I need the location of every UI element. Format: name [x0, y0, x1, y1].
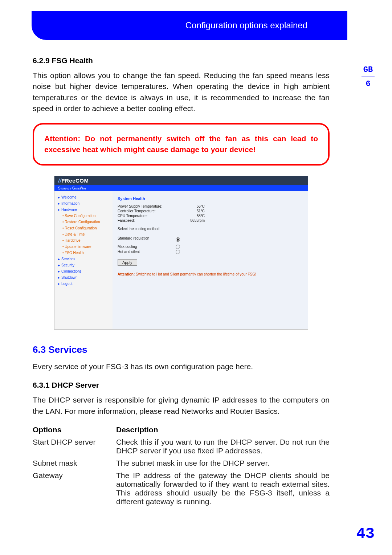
section-text-dhcp: The DHCP server is responsible for givin… — [33, 395, 330, 417]
embedded-screenshot: //FReeCOM Storage GateWay ▸Welcome ▸Info… — [54, 176, 308, 330]
health-row: Fanspeed:8653rpm — [118, 219, 303, 223]
nav-item: ▸Security — [58, 262, 110, 268]
cooling-radio: Hot and silent — [118, 250, 303, 254]
cooling-radio: Standard regulation — [118, 233, 303, 244]
shot-warning: Attention: Switching to Hot and Silent p… — [118, 272, 303, 276]
table-row: Subnet mask The subnet mask in use for t… — [33, 459, 330, 468]
opt-name: Start DHCP server — [33, 438, 116, 446]
page-content: 6.2.9 FSG Health This option allows you … — [33, 56, 330, 510]
nav-item: ▸Information — [58, 200, 110, 207]
nav-subitem: • Save Configuration — [58, 213, 110, 219]
opt-name: Gateway — [33, 471, 116, 480]
shot-main: System Health Power Supply Temperature:5… — [113, 191, 308, 329]
nav-item: ▸Shutdown — [58, 274, 110, 281]
shot-brandbar: //FReeCOM — [54, 176, 308, 185]
brand-slashes: // — [58, 177, 61, 184]
th-options: Options — [33, 425, 116, 434]
shot-body: ▸Welcome ▸Information ▸Hardware • Save C… — [54, 191, 308, 329]
table-header: Options Description — [33, 425, 330, 434]
nav-item: ▸Logout — [58, 281, 110, 287]
brand-name: FReeCOM — [61, 177, 89, 184]
opt-desc: Check this if you want to run the DHCP s… — [116, 438, 330, 455]
section-heading-dhcp: 6.3.1 DHCP Server — [33, 381, 330, 389]
table-row: Start DHCP server Check this if you want… — [33, 438, 330, 455]
cooling-radio: Max cooling — [118, 245, 303, 249]
shot-nav: ▸Welcome ▸Information ▸Hardware • Save C… — [54, 191, 113, 329]
nav-subitem: • Harddrive — [58, 237, 110, 244]
section-heading-services: 6.3 Services — [33, 344, 330, 355]
page-header: Configuration options explained — [32, 11, 347, 40]
shot-subtitle: Storage GateWay — [54, 185, 308, 191]
page-header-title: Configuration options explained — [185, 20, 307, 30]
cooling-select-label: Select the cooling method — [118, 227, 303, 231]
th-description: Description — [116, 425, 330, 434]
warning-text: Attention: Do not permanently switch off… — [44, 133, 318, 155]
nav-subitem: • Reset Configuration — [58, 225, 110, 231]
options-table: Options Description Start DHCP server Ch… — [33, 425, 330, 506]
nav-subitem: • Restore Configuration — [58, 219, 110, 225]
opt-desc: The IP address of the gateway the DHCP c… — [116, 471, 330, 506]
nav-subitem: • Update firmware — [58, 244, 110, 250]
radio-icon[interactable] — [176, 237, 180, 242]
table-row: Gateway The IP address of the gateway th… — [33, 471, 330, 506]
health-row: CPU Temperature:58°C — [118, 214, 303, 218]
radio-icon[interactable] — [176, 250, 180, 254]
page-number: 43 — [356, 525, 375, 543]
opt-desc: The subnet mask in use for the DHCP serv… — [116, 459, 330, 468]
thumb-divider — [362, 77, 375, 77]
panel-title: System Health — [118, 196, 303, 201]
health-row: Power Supply Temperature:56°C — [118, 204, 303, 208]
apply-button[interactable]: Apply — [118, 259, 137, 266]
section-text-fsg-health: This option allows you to change the fan… — [33, 70, 330, 114]
thumb-lang: GB — [362, 65, 375, 74]
nav-subitem: • FSG Health — [58, 250, 110, 256]
thumb-chapter: 6 — [362, 79, 375, 89]
nav-item: ▸Connections — [58, 268, 110, 274]
page-thumb: GB 6 — [362, 65, 375, 89]
radio-icon[interactable] — [176, 245, 180, 249]
health-row: Controller Temperature:51°C — [118, 209, 303, 213]
warning-box: Attention: Do not permanently switch off… — [33, 123, 330, 166]
nav-item: ▸Services — [58, 256, 110, 262]
nav-subitem: • Date & Time — [58, 231, 110, 237]
section-text-services: Every service of your FSG-3 has its own … — [33, 361, 330, 372]
section-heading-fsg-health: 6.2.9 FSG Health — [33, 56, 330, 65]
nav-item: ▸Hardware — [58, 207, 110, 213]
nav-item: ▸Welcome — [58, 194, 110, 200]
opt-name: Subnet mask — [33, 459, 116, 468]
